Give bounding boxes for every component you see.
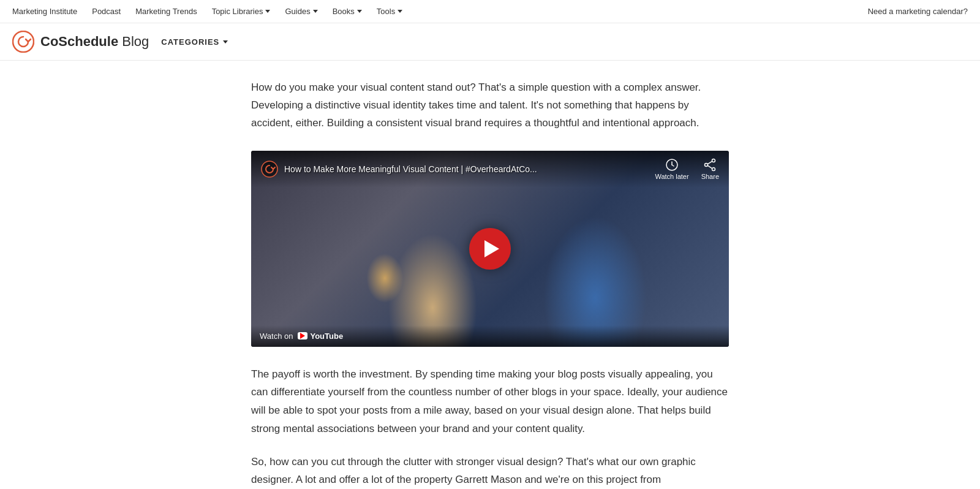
site-logo[interactable]: CoSchedule Blog: [12, 31, 149, 53]
top-nav: Marketing Institute Podcast Marketing Tr…: [0, 0, 980, 23]
categories-button[interactable]: CATEGORIES: [161, 35, 228, 49]
video-title-area: How to Make More Meaningful Visual Conte…: [261, 161, 537, 178]
svg-point-0: [13, 31, 34, 52]
video-title: How to Make More Meaningful Visual Conte…: [284, 164, 537, 174]
svg-line-4: [672, 165, 674, 166]
share-button[interactable]: Share: [701, 158, 719, 180]
top-nav-left: Marketing Institute Podcast Marketing Tr…: [12, 7, 402, 16]
tools-arrow-icon: [398, 10, 402, 13]
video-bottom-bar: Watch on YouTube: [251, 325, 729, 347]
svg-point-6: [712, 167, 715, 170]
nav-books[interactable]: Books: [333, 7, 362, 16]
clock-icon: [665, 158, 679, 172]
body-paragraph-1: The payoff is worth the investment. By s…: [251, 365, 729, 438]
youtube-text: YouTube: [310, 332, 343, 341]
site-header: CoSchedule Blog CATEGORIES: [0, 23, 980, 61]
svg-point-5: [712, 159, 715, 162]
play-triangle-icon: [484, 240, 499, 257]
body-paragraph-2: So, how can you cut through the clutter …: [251, 453, 729, 489]
svg-line-8: [708, 161, 712, 164]
logo-text: CoSchedule Blog: [40, 34, 149, 50]
play-button[interactable]: [469, 228, 511, 270]
guides-arrow-icon: [313, 10, 318, 13]
svg-line-9: [708, 165, 712, 169]
video-channel-icon: [261, 161, 278, 178]
books-arrow-icon: [357, 10, 362, 13]
video-container: How to Make More Meaningful Visual Conte…: [251, 151, 729, 347]
topic-libraries-arrow-icon: [265, 10, 270, 13]
nav-marketing-institute[interactable]: Marketing Institute: [12, 7, 77, 16]
video-top-bar: How to Make More Meaningful Visual Conte…: [251, 151, 729, 188]
youtube-logo[interactable]: YouTube: [298, 332, 343, 341]
nav-guides[interactable]: Guides: [285, 7, 317, 16]
nav-podcast[interactable]: Podcast: [92, 7, 121, 16]
nav-topic-libraries[interactable]: Topic Libraries: [212, 7, 271, 16]
nav-tools[interactable]: Tools: [377, 7, 402, 16]
share-icon: [703, 158, 717, 172]
categories-arrow-icon: [223, 40, 228, 44]
youtube-play-icon: [298, 332, 307, 339]
watch-later-button[interactable]: Watch later: [655, 158, 688, 180]
intro-paragraph: How do you make your visual content stan…: [251, 79, 729, 132]
coschedule-logo-icon: [12, 31, 34, 53]
nav-marketing-calendar-link[interactable]: Need a marketing calendar?: [868, 7, 968, 16]
svg-point-1: [262, 161, 277, 177]
watch-on-label: Watch on: [260, 332, 293, 341]
video-wrapper: How to Make More Meaningful Visual Conte…: [251, 151, 729, 347]
nav-marketing-trends[interactable]: Marketing Trends: [135, 7, 197, 16]
main-content: How do you make your visual content stan…: [239, 61, 741, 489]
svg-point-7: [705, 163, 708, 166]
youtube-play-triangle-icon: [300, 333, 305, 339]
video-actions: Watch later Share: [655, 158, 719, 180]
